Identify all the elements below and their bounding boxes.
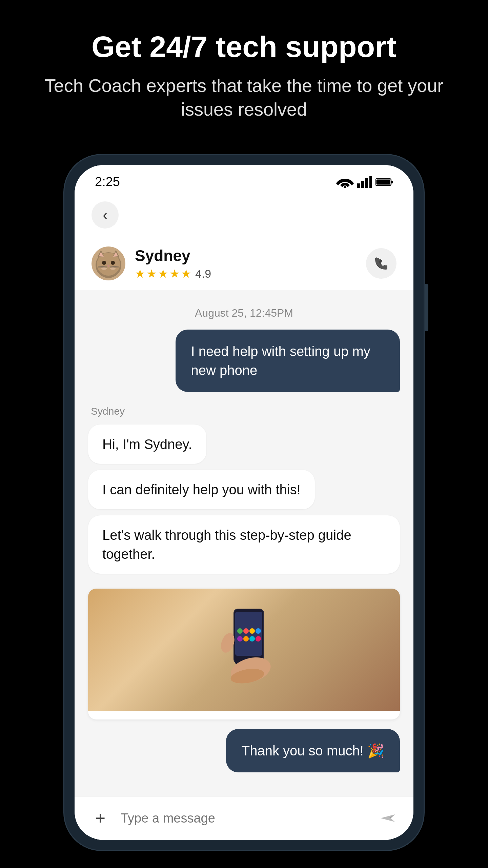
svg-point-17: [110, 267, 116, 270]
page-subtitle: Tech Coach experts that take the time to…: [27, 74, 461, 121]
article-image: [88, 589, 400, 711]
star-4: ★: [169, 267, 180, 280]
svg-point-25: [237, 628, 243, 634]
user-message: I need help with setting up my new phone: [88, 330, 400, 392]
message-timestamp: August 25, 12:45PM: [88, 307, 400, 319]
thank-you-bubble: Thank you so much! 🎉: [226, 729, 400, 772]
svg-point-30: [243, 636, 249, 642]
phone-icon: [374, 256, 389, 271]
chat-header: Sydney ★ ★ ★ ★ ★ 4.9: [75, 237, 413, 290]
agent-rating: ★ ★ ★ ★ ★ 4.9: [135, 267, 211, 280]
svg-point-29: [237, 636, 243, 642]
svg-point-28: [256, 628, 261, 634]
svg-rect-7: [391, 181, 393, 183]
svg-rect-4: [369, 176, 372, 188]
svg-rect-2: [361, 181, 364, 188]
svg-point-27: [249, 628, 255, 634]
back-arrow-icon: ‹: [103, 208, 107, 222]
svg-rect-3: [365, 178, 368, 188]
star-2: ★: [146, 267, 157, 280]
agent-label: Sydney: [91, 406, 125, 417]
call-button[interactable]: [366, 248, 396, 279]
article-card: How to set up a new phone Read more ›: [88, 589, 400, 719]
rating-number: 4.9: [195, 267, 211, 280]
input-bar: +: [75, 796, 413, 840]
user-bubble: I need help with setting up my new phone: [176, 330, 400, 392]
article-footer: How to set up a new phone Read more ›: [88, 711, 400, 719]
battery-icon: [375, 178, 393, 186]
svg-rect-1: [357, 183, 360, 188]
phone-wrapper: 2:25: [64, 155, 424, 850]
status-time: 2:25: [95, 175, 120, 189]
signal-icon: [357, 176, 372, 188]
star-5: ★: [181, 267, 191, 280]
send-icon: [379, 811, 396, 825]
nav-bar: ‹: [75, 195, 413, 237]
agent-info: Sydney ★ ★ ★ ★ ★ 4.9: [92, 246, 211, 280]
agent-message-group: Sydney Hi, I'm Sydney. I can definitely …: [88, 406, 400, 574]
svg-point-31: [249, 636, 255, 642]
thank-you-message: Thank you so much! 🎉: [88, 729, 400, 772]
avatar: [92, 246, 125, 280]
send-button[interactable]: [375, 806, 400, 830]
agent-bubble-1: Hi, I'm Sydney.: [88, 425, 206, 464]
svg-point-15: [111, 261, 115, 265]
stars: ★ ★ ★ ★ ★: [135, 267, 191, 280]
add-attachment-button[interactable]: +: [88, 806, 113, 830]
header-section: Get 24/7 tech support Tech Coach experts…: [0, 0, 488, 141]
phone-frame: 2:25: [64, 155, 424, 850]
status-icons: [336, 176, 393, 188]
phone-in-hand-illustration: [200, 592, 288, 707]
agent-name: Sydney: [135, 246, 211, 265]
star-3: ★: [158, 267, 168, 280]
status-bar: 2:25: [75, 165, 413, 195]
svg-point-26: [243, 628, 249, 634]
phone-screen: 2:25: [75, 165, 413, 840]
svg-point-32: [256, 636, 261, 642]
svg-point-14: [102, 261, 106, 265]
back-button[interactable]: ‹: [92, 201, 119, 229]
wifi-icon: [336, 176, 354, 188]
svg-point-0: [344, 186, 346, 188]
svg-point-16: [101, 267, 107, 270]
svg-rect-6: [377, 179, 390, 184]
page-title: Get 24/7 tech support: [27, 31, 461, 63]
agent-details: Sydney ★ ★ ★ ★ ★ 4.9: [135, 246, 211, 280]
agent-bubble-3: Let's walk through this step-by-step gui…: [88, 515, 400, 574]
message-input[interactable]: [121, 811, 367, 826]
star-1: ★: [135, 267, 145, 280]
cat-avatar-svg: [92, 246, 125, 280]
chat-messages: August 25, 12:45PM I need help with sett…: [75, 290, 413, 796]
agent-bubble-2: I can definitely help you with this!: [88, 470, 315, 509]
